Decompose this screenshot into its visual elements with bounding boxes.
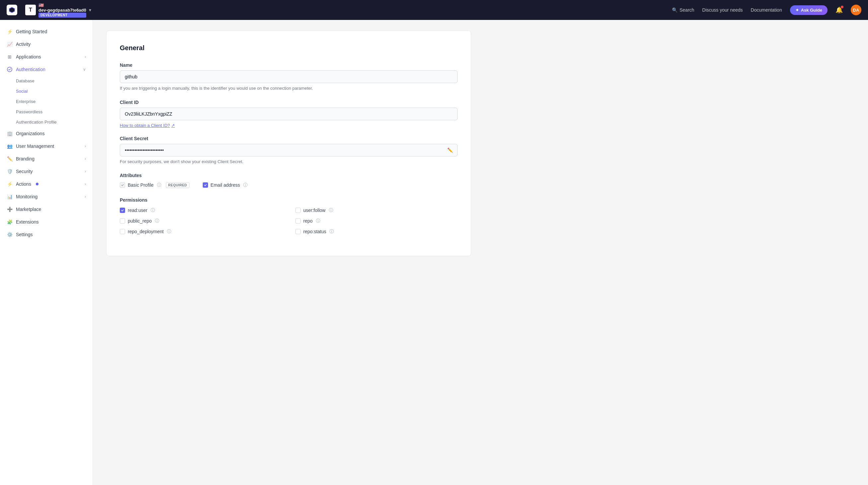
sidebar-subitem-database[interactable]: Database: [0, 76, 93, 86]
subitem-label: Enterprise: [16, 99, 35, 104]
app-layout: ⚡ Getting Started 📈 Activity ⊞ Applicati…: [0, 20, 868, 485]
bar-chart-icon: 📊: [7, 194, 12, 200]
email-address-checkbox[interactable]: [203, 182, 208, 188]
sidebar-item-label: Activity: [16, 41, 31, 47]
subitem-label: Database: [16, 78, 34, 83]
repo-label: repo: [303, 218, 313, 224]
permission-public-repo: public_repo ⓘ: [120, 218, 282, 224]
sidebar-item-authentication[interactable]: Authentication ∨: [0, 63, 93, 76]
tenant-icon: T: [25, 5, 36, 15]
sidebar-item-actions[interactable]: ⚡ Actions ›: [0, 178, 93, 190]
permission-read-user: read:user ⓘ: [120, 207, 282, 213]
user-avatar[interactable]: DA: [851, 5, 861, 15]
lightning-icon: ⚡: [7, 181, 12, 187]
name-group: Name If you are triggering a login manua…: [120, 62, 458, 92]
sidebar-item-label: Organizations: [16, 131, 44, 136]
sidebar-item-user-management[interactable]: 👥 User Management ›: [0, 140, 93, 152]
sidebar-item-settings[interactable]: ⚙️ Settings: [0, 228, 93, 241]
users-icon: 👥: [7, 143, 12, 149]
sidebar-subitem-auth-profile[interactable]: Authentication Profile: [0, 117, 93, 127]
read-user-help-icon[interactable]: ⓘ: [151, 207, 155, 213]
repo-help-icon[interactable]: ⓘ: [316, 218, 320, 224]
client-id-input[interactable]: [120, 108, 458, 120]
sidebar-item-label: Getting Started: [16, 29, 47, 34]
sidebar-item-extensions[interactable]: 🧩 Extensions: [0, 216, 93, 228]
user-follow-checkbox[interactable]: [295, 208, 301, 213]
sidebar-item-applications[interactable]: ⊞ Applications ›: [0, 51, 93, 63]
repo-status-label: repo:status: [303, 229, 326, 234]
email-address-checkbox-item: Email address ⓘ: [203, 182, 248, 188]
repo-status-checkbox[interactable]: [295, 229, 301, 234]
sidebar-item-branding[interactable]: ✏️ Branding ›: [0, 152, 93, 165]
ask-guide-label: Ask Guide: [801, 8, 822, 12]
tenant-selector[interactable]: T 🇺🇸 dev-gegdpasab7te6ad0 DEVELOPMENT ▾: [25, 3, 91, 18]
client-id-label: Client ID: [120, 99, 458, 105]
notification-dot: [841, 6, 843, 8]
building-icon: 🏢: [7, 131, 12, 137]
read-user-checkbox[interactable]: [120, 208, 125, 213]
sidebar-item-monitoring[interactable]: 📊 Monitoring ›: [0, 190, 93, 203]
permission-repo-status: repo:status ⓘ: [295, 229, 458, 234]
pen-icon: ✏️: [7, 156, 12, 162]
ask-guide-icon: ✦: [795, 8, 799, 12]
chevron-right-icon: ›: [85, 55, 86, 59]
user-follow-label: user:follow: [303, 208, 326, 213]
user-follow-help-icon[interactable]: ⓘ: [329, 207, 333, 213]
chevron-right-icon: ›: [85, 182, 86, 187]
sidebar-item-organizations[interactable]: 🏢 Organizations: [0, 127, 93, 140]
repo-deployment-help-icon[interactable]: ⓘ: [167, 229, 171, 234]
grid-icon: ⊞: [7, 54, 12, 60]
check-shield-icon: 🛡️: [7, 168, 12, 174]
public-repo-help-icon[interactable]: ⓘ: [155, 218, 159, 224]
sidebar-subitem-enterprise[interactable]: Enterprise: [0, 96, 93, 107]
basic-profile-checkbox[interactable]: [120, 182, 125, 188]
subitem-label: Authentication Profile: [16, 120, 57, 124]
client-secret-field-wrapper: ✏️: [120, 144, 458, 156]
basic-profile-help-icon[interactable]: ⓘ: [157, 182, 161, 188]
subitem-label: Social: [16, 89, 28, 94]
sidebar-item-getting-started[interactable]: ⚡ Getting Started: [0, 25, 93, 38]
tenant-name: dev-gegdpasab7te6ad0: [38, 8, 86, 12]
sidebar-item-security[interactable]: 🛡️ Security ›: [0, 165, 93, 178]
chevron-right-icon: ›: [85, 144, 86, 148]
edit-icon[interactable]: ✏️: [447, 147, 453, 153]
ask-guide-button[interactable]: ✦ Ask Guide: [790, 5, 828, 15]
chevron-right-icon: ›: [85, 194, 86, 199]
tenant-info: 🇺🇸 dev-gegdpasab7te6ad0 DEVELOPMENT: [38, 3, 86, 18]
environment-badge: DEVELOPMENT: [38, 12, 86, 18]
name-input[interactable]: [120, 70, 458, 83]
search-link[interactable]: 🔍 Search: [672, 7, 694, 12]
discuss-link[interactable]: Discuss your needs: [702, 7, 743, 12]
sidebar-item-activity[interactable]: 📈 Activity: [0, 38, 93, 51]
sidebar-subitem-passwordless[interactable]: Passwordless: [0, 107, 93, 117]
permissions-grid: read:user ⓘ user:follow ⓘ public_repo ⓘ: [120, 207, 458, 234]
repo-deployment-checkbox[interactable]: [120, 229, 125, 234]
docs-link[interactable]: Documentation: [751, 7, 782, 12]
sidebar-item-label: User Management: [16, 143, 54, 149]
tenant-chevron-icon: ▾: [89, 7, 91, 12]
notifications-bell[interactable]: 🔔: [835, 6, 843, 13]
sidebar-item-label: Monitoring: [16, 194, 37, 199]
topnav-actions: 🔍 Search Discuss your needs Documentatio…: [672, 5, 861, 15]
client-id-link-text: How to obtain a Client ID?: [120, 123, 170, 128]
sidebar-item-marketplace[interactable]: ➕ Marketplace: [0, 203, 93, 216]
sidebar-item-label: Security: [16, 169, 33, 174]
permission-repo: repo ⓘ: [295, 218, 458, 224]
main-content: General Name If you are triggering a log…: [93, 20, 868, 485]
sidebar-subitem-social[interactable]: Social: [0, 86, 93, 96]
sidebar-item-label: Authentication: [16, 67, 45, 72]
client-secret-input[interactable]: [120, 144, 458, 156]
repo-checkbox[interactable]: [295, 218, 301, 224]
sidebar-item-label: Extensions: [16, 219, 38, 225]
public-repo-checkbox[interactable]: [120, 218, 125, 224]
repo-status-help-icon[interactable]: ⓘ: [330, 229, 334, 234]
plus-circle-icon: ➕: [7, 206, 12, 212]
basic-profile-label: Basic Profile: [128, 182, 154, 188]
permission-repo-deployment: repo_deployment ⓘ: [120, 229, 282, 234]
sidebar-item-label: Applications: [16, 54, 41, 59]
name-label: Name: [120, 62, 458, 68]
name-hint: If you are triggering a login manually, …: [120, 85, 458, 92]
content-panel: General Name If you are triggering a log…: [106, 31, 471, 256]
email-help-icon[interactable]: ⓘ: [243, 182, 248, 188]
client-id-link[interactable]: How to obtain a Client ID? ↗: [120, 123, 175, 128]
